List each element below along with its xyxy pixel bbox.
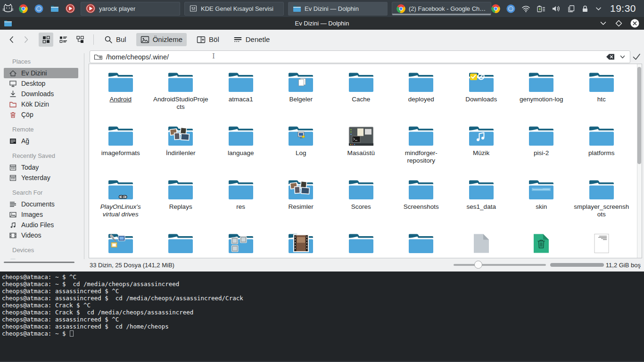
- file-item[interactable]: [451, 231, 512, 258]
- launcher-cat-icon[interactable]: [0, 0, 16, 17]
- sidebar-item-a-[interactable]: Ağ: [4, 136, 78, 146]
- file-item[interactable]: atmaca1: [211, 70, 271, 124]
- sidebar-item-videos[interactable]: Videos: [4, 230, 78, 240]
- file-label: ses1_data: [467, 203, 496, 211]
- file-item[interactable]: [571, 231, 632, 258]
- close-button[interactable]: [630, 19, 639, 28]
- taskbar-window-button[interactable]: yarock player: [81, 2, 180, 16]
- file-item[interactable]: Android: [91, 70, 151, 124]
- launcher-folder-icon[interactable]: [47, 0, 62, 17]
- file-item[interactable]: [391, 231, 452, 258]
- sidebar-item-documents[interactable]: Documents: [4, 199, 78, 209]
- apply-location-button[interactable]: [632, 52, 641, 61]
- file-item[interactable]: AndroidStudioProjects: [151, 70, 211, 124]
- file-item[interactable]: Resimler: [271, 178, 331, 231]
- file-item[interactable]: Belgeler: [271, 70, 331, 124]
- file-item[interactable]: language: [211, 124, 271, 178]
- file-item[interactable]: [211, 231, 271, 258]
- dolphin-titlebar[interactable]: Ev Dizini — Dolphin: [0, 17, 644, 30]
- file-item[interactable]: imageformats: [91, 124, 151, 178]
- tray-battery-icon[interactable]: [537, 5, 545, 13]
- sidebar-item-downloads[interactable]: Downloads: [4, 89, 78, 99]
- panel-splitter[interactable]: [84, 53, 84, 259]
- file-item[interactable]: htc: [571, 70, 632, 124]
- file-item[interactable]: genymotion-log: [512, 70, 572, 124]
- location-folder-icon: [94, 53, 103, 61]
- sidebar-item-audio-files[interactable]: Audio Files: [4, 220, 78, 230]
- calendar-icon: [9, 174, 17, 182]
- sidebar-item-images[interactable]: Images: [4, 209, 78, 220]
- tray-wifi-icon[interactable]: [521, 5, 530, 13]
- file-item[interactable]: İndirilenler: [151, 124, 211, 178]
- zoom-slider-handle[interactable]: [474, 261, 482, 269]
- back-button[interactable]: [5, 33, 19, 47]
- forward-button[interactable]: [19, 33, 33, 47]
- sidebar-item-today[interactable]: Today: [4, 162, 78, 173]
- file-item[interactable]: PlayOnLinux's virtual drives: [91, 178, 151, 231]
- file-item[interactable]: smplayer_screenshots: [571, 178, 632, 231]
- location-bar[interactable]: /home/cheops/.wine/: [90, 50, 630, 63]
- file-item[interactable]: Screenshots: [391, 178, 452, 231]
- taskbar-window-button[interactable]: Ev Dizini — Dolphin: [288, 2, 388, 16]
- file-item[interactable]: skin: [512, 178, 572, 231]
- toolbar-menu-button[interactable]: Denetle: [229, 33, 274, 46]
- file-item[interactable]: Scores: [331, 178, 391, 231]
- file-item[interactable]: Masaüstü: [331, 124, 391, 178]
- file-item[interactable]: [91, 231, 151, 258]
- file-item[interactable]: Downloads: [451, 70, 512, 124]
- tree-view-button[interactable]: [73, 33, 87, 47]
- file-item[interactable]: Replays: [151, 178, 211, 231]
- clear-text-icon[interactable]: [605, 53, 615, 60]
- file-item[interactable]: Müzik: [451, 124, 512, 178]
- minimize-button[interactable]: [599, 19, 607, 27]
- folder-icon: [528, 124, 554, 146]
- launcher-chromium-icon[interactable]: [31, 0, 47, 17]
- location-path[interactable]: /home/cheops/.wine/: [106, 53, 605, 61]
- sidebar-item-k-k-dizin[interactable]: Kök Dizin: [4, 99, 78, 109]
- yarock-icon: [85, 3, 96, 14]
- file-item[interactable]: [512, 231, 572, 258]
- icons-view-button[interactable]: [39, 33, 53, 47]
- folder-icon: [589, 178, 614, 200]
- file-label: Log: [296, 149, 306, 157]
- file-item[interactable]: res: [211, 178, 271, 231]
- details-view-button[interactable]: [56, 33, 70, 47]
- file-item[interactable]: deployed: [391, 70, 452, 124]
- launcher-yarock-icon[interactable]: [62, 0, 78, 17]
- file-label: AndroidStudioProjects: [153, 96, 208, 111]
- tray-lock-icon[interactable]: [581, 5, 589, 13]
- tray-volume-icon[interactable]: [552, 5, 561, 13]
- vertical-scrollbar[interactable]: [637, 64, 642, 258]
- file-item[interactable]: Log: [271, 124, 331, 178]
- terminal-window[interactable]: cheops@atmaca: ~ $ ^Ccheops@atmaca: ~ $ …: [0, 272, 644, 362]
- scrollbar-thumb[interactable]: [637, 67, 641, 164]
- sidebar-item-desktop[interactable]: Desktop: [4, 78, 78, 89]
- tray-clipboard-icon[interactable]: [567, 5, 575, 13]
- location-dropdown-icon[interactable]: [619, 53, 626, 60]
- tray-chrome-icon[interactable]: [491, 4, 500, 13]
- taskbar-window-label: (2) Facebook - Google Chrome: [409, 5, 487, 12]
- file-item[interactable]: ses1_data: [451, 178, 512, 231]
- launcher-chrome-icon[interactable]: [16, 0, 31, 17]
- tray-chromium-icon[interactable]: [506, 4, 515, 13]
- zoom-slider[interactable]: [454, 264, 546, 266]
- folder-view[interactable]: AndroidAndroidStudioProjectsatmaca1Belge…: [89, 64, 642, 258]
- taskbar-window-button[interactable]: (2) Facebook - Google Chrome: [392, 2, 491, 16]
- file-item[interactable]: platforms: [571, 124, 632, 178]
- sidebar-item-yesterday[interactable]: Yesterday: [4, 173, 78, 183]
- taskbar-window-button[interactable]: KDE Genel Kısayol Servisi: [184, 2, 284, 16]
- file-item[interactable]: [271, 231, 331, 258]
- toolbar-search-button[interactable]: Bul: [100, 33, 131, 46]
- sidebar-item-ev-dizini[interactable]: Ev Dizini: [4, 68, 78, 78]
- sidebar-item--p[interactable]: Çöp: [4, 109, 78, 120]
- toolbar-split-button[interactable]: Böl: [192, 33, 223, 46]
- file-item[interactable]: mindforger-repository: [391, 124, 452, 178]
- maximize-button[interactable]: [615, 19, 623, 27]
- file-item[interactable]: Cache: [331, 70, 391, 124]
- file-item[interactable]: [151, 231, 211, 258]
- toolbar-preview-button[interactable]: Önizleme: [136, 33, 187, 46]
- tray-chevron-down-icon[interactable]: [595, 5, 602, 12]
- file-item[interactable]: [331, 231, 391, 258]
- free-space-text: 11,2 GiB boş: [606, 262, 641, 269]
- file-item[interactable]: pisi-2: [512, 124, 572, 178]
